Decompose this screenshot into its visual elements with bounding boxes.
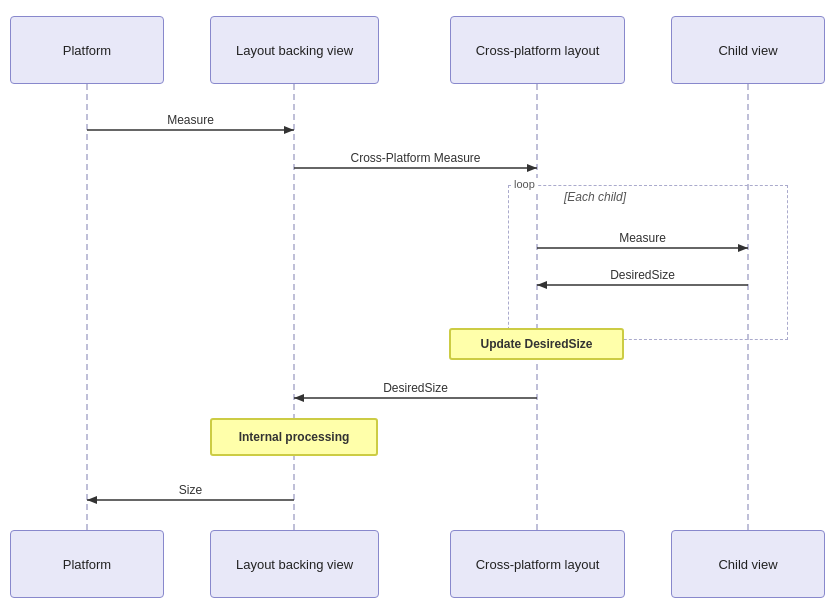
actor-platform-top: Platform [10, 16, 164, 84]
svg-marker-17 [294, 394, 304, 402]
svg-text:DesiredSize: DesiredSize [383, 381, 448, 395]
svg-text:Cross-Platform Measure: Cross-Platform Measure [350, 151, 480, 165]
actor-crossplatform-top: Cross-platform layout [450, 16, 625, 84]
update-desiredsize-box: Update DesiredSize [449, 328, 624, 360]
svg-marker-8 [527, 164, 537, 172]
svg-marker-20 [87, 496, 97, 504]
loop-tag-label: loop [511, 178, 538, 190]
internal-processing-box: Internal processing [210, 418, 378, 456]
actor-platform-bottom: Platform [10, 530, 164, 598]
actor-child-top: Child view [671, 16, 825, 84]
sequence-diagram: MeasureCross-Platform MeasureMeasureDesi… [0, 0, 835, 613]
loop-condition: [Each child] [564, 190, 626, 204]
svg-marker-5 [284, 126, 294, 134]
actor-backing-top: Layout backing view [210, 16, 379, 84]
actor-crossplatform-bottom: Cross-platform layout [450, 530, 625, 598]
svg-text:Measure: Measure [167, 113, 214, 127]
svg-text:Size: Size [179, 483, 203, 497]
actor-backing-bottom: Layout backing view [210, 530, 379, 598]
actor-child-bottom: Child view [671, 530, 825, 598]
loop-fragment: loop [Each child] [508, 185, 788, 340]
